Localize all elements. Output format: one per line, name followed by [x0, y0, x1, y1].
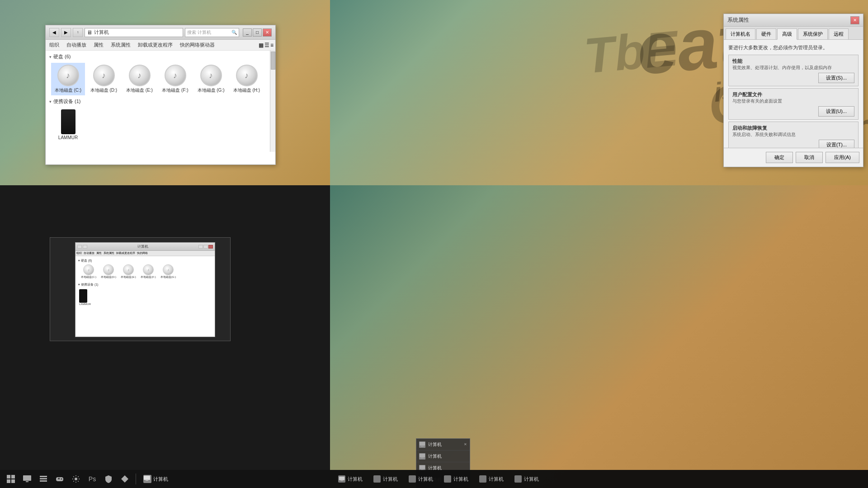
forward-button[interactable]: ▶ [61, 28, 71, 37]
mini-drive-5: ♪ 本地磁盘(G:) [159, 264, 178, 279]
menu-autoplay[interactable]: 自动播放 [65, 42, 88, 48]
drive-d-label: 本地磁盘 (D:) [90, 87, 117, 94]
search-icon: 🔍 [231, 30, 237, 35]
portable-device[interactable]: LAMMUR [51, 108, 85, 142]
task-preview-item-2[interactable]: 计算机 [416, 450, 470, 462]
drive-f-label: 本地磁盘 (F:) [162, 87, 188, 94]
drive-c[interactable]: 本地磁盘 (C:) [51, 63, 85, 95]
mini-fwd-btn [83, 245, 87, 249]
menu-network-drive[interactable]: 快的网络驱动器 [178, 42, 217, 48]
drive-e-label: 本地磁盘 (E:) [126, 87, 153, 94]
ok-button[interactable]: 确定 [766, 152, 793, 163]
tb-app-icon [143, 475, 151, 483]
br-tb-app-5[interactable]: 计算机 [475, 472, 508, 486]
br-tb-icon-6 [514, 475, 522, 483]
tb-app-computer[interactable]: 计算机 [140, 472, 172, 486]
br-tb-icon-5 [479, 475, 486, 483]
drive-e-icon [129, 65, 151, 86]
address-bar[interactable]: 🖥 计算机 [85, 28, 183, 37]
tb-shield-icon[interactable] [101, 472, 116, 486]
tb-game-icon[interactable] [52, 472, 67, 486]
tb-grid-icon[interactable] [4, 472, 18, 486]
tb-divider [136, 474, 136, 484]
mini-portable-label: ▾ 便携设备 (1) LAMMUR [77, 282, 213, 307]
task-preview-item-1[interactable]: 计算机 ✕ [416, 439, 470, 450]
svg-rect-19 [420, 454, 425, 457]
dialog-titlebar: 系统属性 ✕ [724, 14, 863, 27]
br-tb-app-6[interactable]: 计算机 [510, 472, 543, 486]
br-tb-app-1[interactable]: 计算机 [334, 472, 367, 486]
mini-max-btn [203, 245, 208, 249]
scrollbar-vertical[interactable] [270, 51, 275, 152]
tb-photoshop-icon[interactable]: Ps [85, 472, 99, 486]
drive-d[interactable]: 本地磁盘 (D:) [87, 63, 121, 95]
tab-sys-protect[interactable]: 系统保护 [798, 28, 828, 39]
portable-section: ▾ 便携设备 (1) [47, 97, 268, 106]
tb-list-icon[interactable] [36, 472, 51, 486]
svg-rect-33 [339, 477, 344, 480]
tab-computer-name[interactable]: 计算机名 [726, 28, 755, 39]
close-button[interactable]: ✕ [263, 28, 272, 37]
perf-text: 视觉效果、处理器计划、内存使用，以及虚拟内存 [732, 65, 854, 71]
user-title: 用户配置文件 [732, 91, 854, 98]
drive-g[interactable]: 本地磁盘 (G:) [194, 63, 228, 95]
drive-e[interactable]: 本地磁盘 (E:) [123, 63, 156, 95]
address-text: 计算机 [94, 29, 109, 36]
menu-properties[interactable]: 属性 [92, 42, 105, 48]
svg-rect-12 [59, 478, 60, 479]
tb-app-label: 计算机 [153, 476, 168, 483]
menu-organize[interactable]: 组织 [47, 42, 61, 48]
br-tb-label-5: 计算机 [489, 476, 504, 483]
menu-sys-props[interactable]: 系统属性 [109, 42, 132, 48]
explorer-content: ▾ 硬盘 (6) 本地磁盘 (C:) 本地磁盘 (D:) [46, 51, 275, 152]
perf-settings-btn[interactable]: 设置(S)... [818, 73, 854, 83]
cancel-button[interactable]: 取消 [796, 152, 823, 163]
dialog-close-button[interactable]: ✕ [850, 16, 859, 24]
drive-h-label: 本地磁盘 (H:) [233, 87, 260, 94]
mini-drive-5-icon: ♪ [163, 264, 174, 275]
br-tb-app-4[interactable]: 计算机 [439, 472, 473, 486]
mini-menu: 组织自动播放属性系统属性卸载或更改程序快的网络 [75, 251, 215, 256]
tb-diamond-icon[interactable] [118, 472, 132, 486]
br-tb-label-1: 计算机 [348, 476, 363, 483]
mini-drive-2: ♪ 本地磁盘(D:) [99, 264, 118, 279]
br-tb-app-3[interactable]: 计算机 [404, 472, 438, 486]
svg-rect-7 [40, 478, 47, 479]
view-icon-detail[interactable]: ≡ [270, 42, 274, 48]
mini-back-btn [77, 245, 82, 249]
svg-rect-18 [421, 446, 424, 446]
drive-h[interactable]: 本地磁盘 (H:) [230, 63, 264, 95]
mini-harddisk-label: ▾ 硬盘 (6) [77, 258, 213, 263]
minimize-button[interactable]: _ [243, 28, 252, 37]
mini-close-btn [208, 245, 213, 249]
search-bar[interactable]: 搜索 计算机 🔍 [185, 28, 239, 37]
user-settings-btn[interactable]: 设置(U)... [818, 106, 854, 117]
drive-c-icon [57, 65, 79, 86]
back-button[interactable]: ◀ [49, 28, 59, 37]
task-preview-close-1[interactable]: ✕ [462, 442, 468, 447]
maximize-button[interactable]: □ [253, 28, 262, 37]
br-tb-label-3: 计算机 [418, 476, 433, 483]
bl-taskbar: Ps 计算机 [0, 470, 330, 488]
task-preview-label-1: 计算机 [428, 441, 442, 448]
quadrant-top-right: TbE eat Design isn't Good Enough 系统属性 ✕ … [330, 0, 868, 185]
apply-button[interactable]: 应用(A) [826, 152, 859, 163]
br-tb-app-2[interactable]: 计算机 [369, 472, 402, 486]
br-tb-label-2: 计算机 [383, 476, 398, 483]
mini-titlebar: 计算机 [75, 243, 215, 251]
tb-monitor-icon[interactable] [20, 472, 34, 486]
tb-settings-icon[interactable] [69, 472, 83, 486]
menu-uninstall[interactable]: 卸载或更改程序 [136, 42, 175, 48]
mini-content: ▾ 硬盘 (6) ♪ 本地磁盘(C:) ♪ 本地磁盘(D:) ♪ 本地磁盘(E: [75, 256, 215, 309]
tab-hardware[interactable]: 硬件 [756, 28, 776, 39]
explorer-menu: 组织 自动播放 属性 系统属性 卸载或更改程序 快的网络驱动器 ▦ ☰ ≡ [46, 40, 275, 51]
up-button[interactable]: ↑ [73, 28, 83, 37]
view-icon-small[interactable]: ☰ [264, 42, 269, 48]
svg-point-13 [75, 478, 77, 480]
explorer-main[interactable]: ▾ 硬盘 (6) 本地磁盘 (C:) 本地磁盘 (D:) [46, 51, 270, 152]
tab-advanced[interactable]: 高级 [777, 28, 797, 40]
drive-f[interactable]: 本地磁盘 (F:) [158, 63, 192, 95]
tab-remote[interactable]: 远程 [829, 28, 849, 39]
screen: ◀ ▶ ↑ 🖥 计算机 搜索 计算机 🔍 _ □ ✕ [0, 0, 868, 488]
view-icon-large[interactable]: ▦ [259, 42, 264, 48]
